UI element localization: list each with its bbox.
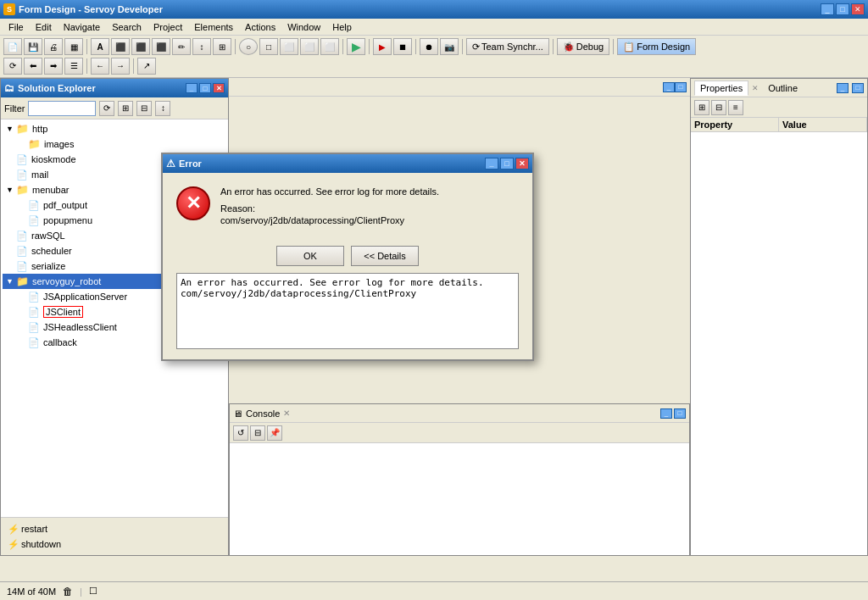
pp-title-bar: Properties ✕ Outline _ □	[691, 79, 867, 97]
se-sync[interactable]: ↕	[155, 101, 170, 116]
form-design-button[interactable]: 📋 Form Design	[617, 38, 696, 55]
expand-icon: ▼	[6, 186, 14, 194]
nav-btn1[interactable]: ⟳	[3, 58, 22, 75]
camera-btn[interactable]: 📷	[440, 38, 459, 55]
pp-sort2[interactable]: ⊟	[711, 100, 726, 115]
menu-project[interactable]: Project	[148, 21, 187, 33]
edit-btn[interactable]: ✏	[172, 38, 191, 55]
minimize-button[interactable]: _	[821, 3, 834, 15]
se-maximize[interactable]: □	[199, 83, 211, 93]
menu-actions[interactable]: Actions	[240, 21, 281, 33]
filter-input[interactable]	[28, 101, 96, 116]
align-right[interactable]: ⬛	[152, 38, 170, 55]
big-btn[interactable]: ▶	[347, 38, 365, 55]
align-center[interactable]: ⬛	[131, 38, 150, 55]
tab-outline[interactable]: Outline	[762, 81, 804, 96]
dialog-title-text: Error	[179, 158, 202, 169]
console-scroll[interactable]: ⊟	[250, 425, 265, 441]
console-close-x: ✕	[283, 408, 290, 418]
btn-btn[interactable]: ⬜	[320, 38, 339, 55]
debug-button[interactable]: 🐞 Debug	[557, 38, 609, 55]
team-sync-button[interactable]: ⟳ Team Synchr...	[466, 38, 549, 55]
menu-elements[interactable]: Elements	[189, 21, 238, 33]
menu-help[interactable]: Help	[327, 21, 357, 33]
tree-item-label: images	[44, 139, 74, 149]
console-max[interactable]: □	[674, 408, 686, 419]
nav-btn3[interactable]: ➡	[44, 58, 63, 75]
app-icon: S	[3, 3, 15, 15]
text-bold[interactable]: A	[91, 38, 109, 55]
new-button[interactable]: 📄	[3, 38, 22, 55]
memory-status: 14M of 40M	[7, 586, 56, 597]
se-close[interactable]: ✕	[213, 83, 225, 93]
item-icon: 📄	[28, 307, 40, 318]
details-button[interactable]: << Details	[351, 246, 419, 266]
se-minimize[interactable]: _	[186, 83, 198, 93]
se-refresh[interactable]: ⟳	[99, 101, 114, 116]
console-pin[interactable]: 📌	[267, 425, 282, 441]
tab-properties[interactable]: Properties	[694, 81, 748, 96]
restart-icon: ⚡	[8, 524, 19, 535]
maximize-button[interactable]: □	[836, 3, 849, 15]
line-btn[interactable]: ⬜	[280, 38, 298, 55]
console-title-bar: 🖥 Console ✕ _ □	[230, 404, 689, 423]
error-icon: ✕	[176, 186, 210, 220]
ok-button[interactable]: OK	[276, 246, 344, 266]
tab-btn[interactable]: ⬜	[300, 38, 319, 55]
dialog-close[interactable]: ✕	[515, 158, 529, 169]
layout-button[interactable]: ▦	[64, 38, 83, 55]
pp-sort1[interactable]: ⊞	[694, 100, 709, 115]
debug-stop[interactable]: ⏹	[393, 38, 412, 55]
item-icon: 📄	[28, 322, 40, 333]
se-expand[interactable]: ⊞	[118, 101, 133, 116]
dialog-title-controls: _ □ ✕	[485, 158, 529, 169]
tree-item-label: http	[32, 124, 47, 134]
nav-btn4[interactable]: ☰	[64, 58, 83, 75]
nav-fwd[interactable]: →	[111, 58, 130, 75]
sep8	[613, 39, 614, 54]
menu-navigate[interactable]: Navigate	[58, 21, 105, 33]
cp-max[interactable]: □	[675, 82, 687, 92]
menu-search[interactable]: Search	[107, 21, 147, 33]
pp-max[interactable]: □	[852, 83, 864, 93]
nav-back[interactable]: ←	[91, 58, 109, 75]
cp-min[interactable]: _	[663, 82, 675, 92]
toolbar-row-1: 📄 💾 🖨 ▦ A ⬛ ⬛ ⬛ ✏ ↕ ⊞ ○ □ ⬜ ⬜ ⬜ ▶ ▶ ⏹ ⏺ …	[3, 37, 865, 57]
print-button[interactable]: 🖨	[44, 38, 63, 55]
console-title-left: 🖥 Console ✕	[233, 408, 290, 419]
nav-btn2[interactable]: ⬅	[24, 58, 42, 75]
dialog-max[interactable]: □	[500, 158, 514, 169]
save-button[interactable]: 💾	[24, 38, 42, 55]
restart-item[interactable]: ⚡ restart	[4, 521, 225, 536]
pp-min[interactable]: _	[837, 83, 849, 93]
dialog-icon-small: ⚠	[166, 158, 175, 169]
tree-item-images[interactable]: 📁images	[3, 136, 226, 152]
debug-run[interactable]: ▶	[373, 38, 392, 55]
tab-properties-close: ✕	[752, 84, 759, 92]
dialog-min[interactable]: _	[485, 158, 498, 169]
move-btn[interactable]: ↕	[192, 38, 211, 55]
item-icon: 📄	[28, 215, 40, 226]
shutdown-item[interactable]: ⚡ shutdown	[4, 536, 225, 552]
menu-file[interactable]: File	[3, 21, 29, 33]
tree-item-label: callback	[43, 337, 77, 347]
tree-item-label: JSApplicationServer	[43, 292, 127, 302]
toolbar-area: 📄 💾 🖨 ▦ A ⬛ ⬛ ⬛ ✏ ↕ ⊞ ○ □ ⬜ ⬜ ⬜ ▶ ▶ ⏹ ⏺ …	[0, 36, 868, 78]
se-collapse[interactable]: ⊟	[136, 101, 152, 116]
close-button[interactable]: ✕	[851, 3, 865, 15]
share-btn[interactable]: ↗	[137, 58, 156, 75]
menu-edit[interactable]: Edit	[31, 21, 57, 33]
console-clear[interactable]: ↺	[233, 425, 248, 441]
item-icon: 📁	[16, 184, 29, 196]
pp-sort3[interactable]: ≡	[728, 100, 743, 115]
tree-item-http[interactable]: ▼📁http	[3, 121, 226, 136]
console-min[interactable]: _	[660, 408, 672, 419]
menu-window[interactable]: Window	[282, 21, 326, 33]
sep1	[86, 39, 87, 54]
oval-btn[interactable]: ○	[239, 38, 258, 55]
record-btn[interactable]: ⏺	[420, 38, 438, 55]
select-btn[interactable]: ⊞	[213, 38, 231, 55]
rect-btn[interactable]: □	[259, 38, 278, 55]
align-left[interactable]: ⬛	[111, 38, 130, 55]
tree-item-label: JSHeadlessClient	[43, 322, 117, 332]
